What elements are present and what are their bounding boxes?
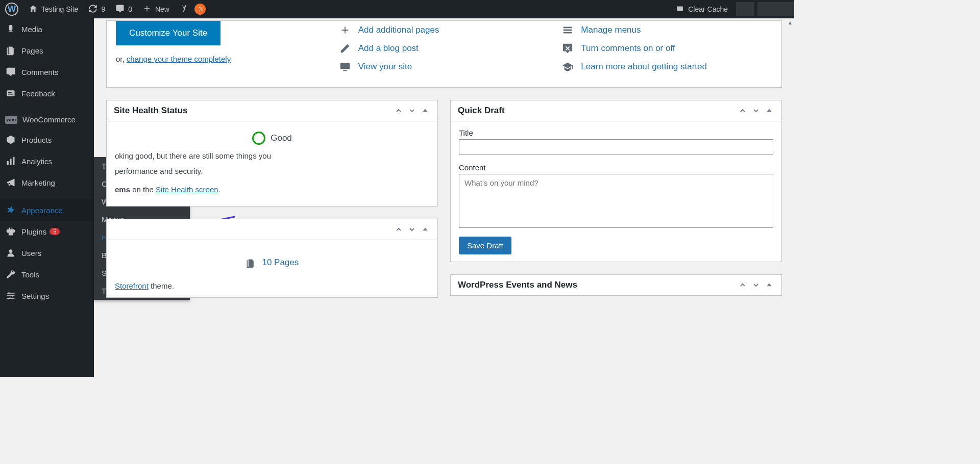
updates-count: 9 — [101, 5, 105, 13]
vertical-scrollbar[interactable]: ▲ — [786, 18, 794, 377]
refresh-icon — [88, 4, 97, 15]
sidebar-label: Appearance — [21, 206, 63, 215]
svg-rect-2 — [8, 92, 12, 93]
sidebar-item-marketing[interactable]: Marketing — [0, 172, 94, 193]
tools-icon — [5, 269, 16, 280]
new-content[interactable]: New — [137, 0, 175, 18]
comments-icon — [5, 66, 16, 78]
move-down-icon[interactable] — [407, 106, 417, 116]
site-health-link[interactable]: Site Health screen — [156, 185, 218, 194]
welcome-link-view-site[interactable]: View your site — [339, 58, 550, 76]
sidebar-label: Tools — [21, 270, 39, 279]
svg-rect-0 — [677, 6, 683, 11]
welcome-link-add-post[interactable]: Add a blog post — [339, 39, 550, 58]
woocommerce-icon: woo — [5, 116, 17, 124]
quick-draft-title: Quick Draft — [458, 106, 505, 116]
svg-rect-16 — [343, 70, 347, 71]
welcome-link-menus[interactable]: Manage menus — [561, 21, 772, 39]
scroll-up-icon[interactable]: ▲ — [786, 18, 794, 27]
title-label: Title — [459, 128, 773, 137]
site-home[interactable]: Testing Site — [23, 0, 83, 18]
sidebar-item-appearance[interactable]: Appearance — [0, 199, 94, 221]
home-icon — [29, 4, 38, 15]
sidebar-item-settings[interactable]: Settings — [0, 285, 94, 306]
sidebar-item-products[interactable]: Products — [0, 129, 94, 150]
sidebar-item-media[interactable]: Media — [0, 18, 94, 40]
toolbar-placeholder-2[interactable] — [757, 2, 794, 16]
yoast[interactable]: 3 — [175, 0, 211, 18]
svg-rect-19 — [564, 32, 572, 34]
new-label: New — [155, 5, 169, 13]
sidebar-label: Media — [21, 25, 42, 34]
welcome-link-learn[interactable]: Learn more about getting started — [561, 58, 772, 76]
comments[interactable]: 0 — [110, 0, 137, 18]
wp-logo[interactable]: W — [0, 0, 23, 18]
health-text-2: performance and security. — [115, 165, 429, 177]
svg-rect-3 — [8, 94, 13, 95]
move-down-icon[interactable] — [407, 224, 417, 235]
svg-rect-9 — [7, 293, 15, 294]
sidebar-item-comments[interactable]: Comments — [0, 61, 94, 83]
health-text-1: oking good, but there are still some thi… — [115, 150, 429, 162]
sidebar-item-feedback[interactable]: Feedback — [0, 83, 94, 104]
svg-rect-1 — [7, 90, 15, 96]
pages-count: 10 Pages — [115, 247, 429, 278]
toggle-icon[interactable] — [420, 106, 430, 116]
clear-cache[interactable]: Clear Cache — [670, 0, 733, 18]
svg-point-13 — [9, 297, 11, 299]
users-icon — [5, 247, 16, 259]
pages-icon — [5, 45, 16, 56]
draft-title-input[interactable] — [459, 139, 773, 155]
graduation-icon — [561, 61, 574, 73]
welcome-link-add-pages[interactable]: Add additional pages — [339, 21, 550, 39]
svg-point-12 — [12, 295, 13, 296]
sidebar-item-analytics[interactable]: Analytics — [0, 150, 94, 172]
events-news-box: WordPress Events and News — [450, 274, 782, 296]
sidebar-label: Feedback — [21, 89, 55, 98]
svg-rect-8 — [7, 295, 15, 296]
menu-icon — [561, 24, 574, 36]
pages-icon — [246, 258, 256, 268]
content-label: Content — [459, 163, 773, 172]
move-down-icon[interactable] — [751, 280, 761, 290]
sidebar-label: WooCommerce — [22, 115, 76, 124]
toolbar-placeholder-1[interactable] — [736, 2, 754, 16]
plugins-icon — [5, 226, 16, 237]
health-text-3: ems on the Site Health screen. — [115, 184, 429, 196]
welcome-panel: Customize Your Site or, change your them… — [106, 20, 782, 88]
toggle-icon[interactable] — [764, 106, 774, 116]
change-theme-link[interactable]: change your theme completely — [127, 55, 231, 63]
site-name: Testing Site — [41, 5, 78, 13]
move-up-icon[interactable] — [738, 106, 748, 116]
sidebar-label: Marketing — [21, 178, 55, 187]
svg-rect-15 — [340, 63, 350, 69]
move-down-icon[interactable] — [751, 106, 761, 116]
updates[interactable]: 9 — [83, 0, 110, 18]
sidebar-item-pages[interactable]: Pages — [0, 40, 94, 61]
move-up-icon[interactable] — [738, 280, 748, 290]
save-draft-button[interactable]: Save Draft — [459, 237, 511, 254]
draft-content-textarea[interactable] — [459, 174, 773, 228]
comment-off-icon — [561, 42, 574, 55]
welcome-link-comments[interactable]: Turn comments on or off — [561, 39, 772, 58]
sidebar-item-woocommerce[interactable]: woo WooCommerce — [0, 110, 94, 129]
sidebar-label: Settings — [21, 292, 49, 300]
sidebar-label: Pages — [21, 46, 43, 55]
move-up-icon[interactable] — [394, 106, 404, 116]
toggle-icon[interactable] — [764, 280, 774, 290]
theme-link[interactable]: Storefront — [115, 281, 149, 290]
sidebar-item-tools[interactable]: Tools — [0, 264, 94, 285]
move-up-icon[interactable] — [394, 224, 404, 235]
analytics-icon — [5, 156, 16, 167]
clear-cache-label: Clear Cache — [688, 5, 728, 13]
toggle-icon[interactable] — [420, 224, 430, 235]
customize-site-button[interactable]: Customize Your Site — [116, 21, 220, 45]
health-status: Good — [115, 128, 429, 150]
cache-icon — [675, 4, 684, 15]
change-theme-line: or, change your theme completely — [116, 55, 327, 63]
pages-link[interactable]: 10 Pages — [262, 257, 299, 267]
wordpress-icon: W — [5, 3, 18, 16]
sidebar-item-plugins[interactable]: Plugins 5 — [0, 221, 94, 242]
admin-toolbar: W Testing Site 9 0 New — [0, 0, 794, 18]
sidebar-item-users[interactable]: Users — [0, 242, 94, 264]
